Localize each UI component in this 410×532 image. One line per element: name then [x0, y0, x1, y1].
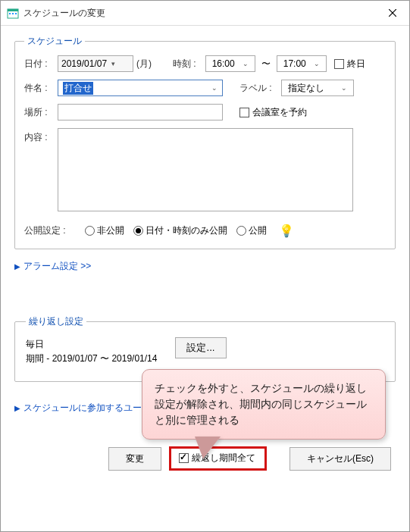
schedule-fieldset: スケジュール 日付 : 2019/01/07 ▾ (月) 時刻 : 16:00 …	[14, 35, 396, 249]
time-to-value: 17:00	[283, 58, 306, 69]
time-separator: 〜	[261, 58, 271, 70]
chevron-down-icon: ⌄	[243, 60, 249, 67]
subject-label: 件名 :	[24, 82, 58, 95]
visibility-label: 公開設定 :	[24, 224, 70, 237]
meeting-room-checkbox-label[interactable]: 会議室を予約	[239, 106, 307, 119]
visibility-datetime-label[interactable]: 日付・時刻のみ公開	[133, 224, 227, 237]
time-to-select[interactable]: 17:00 ⌄	[277, 55, 327, 72]
svg-rect-2	[9, 13, 11, 14]
memo-label: 内容 :	[24, 131, 58, 144]
chevron-down-icon: ▾	[111, 60, 115, 67]
svg-rect-1	[8, 9, 18, 11]
schedule-legend: スケジュール	[24, 35, 85, 48]
meeting-room-text: 会議室を予約	[252, 106, 307, 119]
titlebar: スケジュールの変更	[1, 1, 409, 26]
date-label: 日付 :	[24, 58, 58, 70]
calendar-icon	[7, 7, 19, 19]
date-picker[interactable]: 2019/01/07 ▾	[58, 55, 133, 72]
dialog-window: スケジュールの変更 スケジュール 日付 : 2019/01/07 ▾ (月) 時…	[0, 0, 410, 532]
subject-value: 打合せ	[63, 82, 93, 95]
repeat-legend: 繰り返し設定	[26, 315, 86, 328]
chevron-down-icon: ⌄	[314, 60, 320, 67]
visibility-private-text: 非公開	[97, 224, 124, 237]
allday-checkbox-label[interactable]: 終日	[334, 58, 365, 70]
visibility-private-radio[interactable]	[85, 226, 95, 236]
change-button[interactable]: 変更	[108, 447, 161, 471]
label-select[interactable]: 指定なし ⌄	[281, 80, 354, 96]
visibility-private-label[interactable]: 非公開	[85, 224, 124, 237]
svg-rect-4	[15, 13, 17, 14]
repeat-settings-button[interactable]: 設定...	[175, 337, 226, 358]
visibility-public-text: 公開	[249, 224, 267, 237]
repeat-summary: 毎日 期間 - 2019/01/07 〜 2019/01/14	[26, 337, 157, 366]
triangle-right-icon: ▶	[14, 404, 20, 412]
allday-checkbox[interactable]	[334, 59, 344, 69]
alarm-settings-link[interactable]: ▶ アラーム設定 >>	[14, 260, 396, 273]
close-button[interactable]	[382, 5, 403, 20]
tooltip-tail	[196, 437, 220, 458]
annotation-tooltip: チェックを外すと、スケジュールの繰り返し設定が解除され、期間内の同じスケジュール…	[142, 369, 386, 440]
memo-textarea[interactable]	[58, 128, 353, 211]
visibility-public-label[interactable]: 公開	[236, 224, 267, 237]
allday-text: 終日	[347, 58, 365, 70]
svg-rect-3	[12, 13, 14, 14]
time-label: 時刻 :	[173, 58, 196, 70]
window-title: スケジュールの変更	[23, 7, 382, 20]
subject-combo[interactable]: 打合せ ⌄	[58, 80, 223, 96]
visibility-public-radio[interactable]	[236, 226, 246, 236]
label-value: 指定なし	[288, 82, 324, 95]
chevron-down-icon: ⌄	[211, 84, 218, 92]
lightbulb-icon[interactable]: 💡	[279, 224, 294, 238]
triangle-right-icon: ▶	[14, 262, 20, 271]
date-value: 2019/01/07	[61, 58, 107, 69]
label-label: ラベル :	[239, 82, 272, 95]
place-label: 場所 :	[24, 106, 58, 119]
chevron-down-icon: ⌄	[341, 84, 347, 92]
repeat-line2: 期間 - 2019/01/07 〜 2019/01/14	[26, 352, 157, 366]
visibility-datetime-text: 日付・時刻のみ公開	[146, 224, 227, 237]
day-of-week: (月)	[136, 58, 152, 70]
cancel-button[interactable]: キャンセル(Esc)	[290, 447, 391, 471]
place-input[interactable]	[58, 104, 223, 120]
visibility-datetime-radio[interactable]	[133, 226, 143, 236]
tooltip-text: チェックを外すと、スケジュールの繰り返し設定が解除され、期間内の同じスケジュール…	[155, 382, 367, 426]
time-from-value: 16:00	[212, 58, 235, 69]
alarm-link-text: アラーム設定 >>	[23, 260, 91, 273]
time-from-select[interactable]: 16:00 ⌄	[205, 55, 255, 72]
repeat-all-checkbox[interactable]	[179, 453, 189, 463]
repeat-line1: 毎日	[26, 337, 157, 352]
meeting-room-checkbox[interactable]	[239, 108, 249, 117]
participants-link-text: スケジュールに参加するユー	[23, 402, 142, 415]
